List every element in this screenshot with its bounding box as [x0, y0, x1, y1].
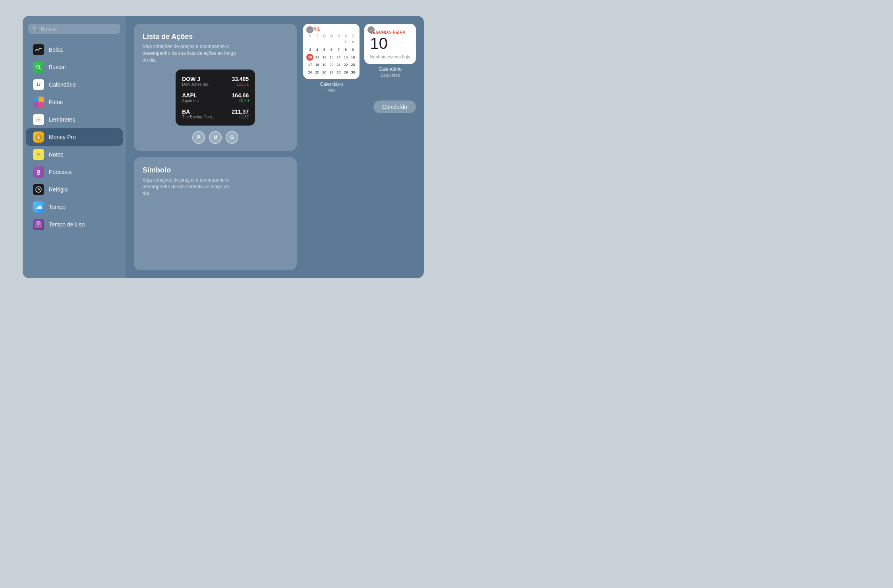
size-btn-p[interactable]: P: [192, 131, 205, 144]
cal-day[interactable]: 17: [306, 61, 313, 68]
search-bar[interactable]: 🔍: [28, 24, 120, 34]
cal-day[interactable]: 13: [328, 54, 335, 61]
stock-change: +0,90: [232, 99, 249, 103]
cal-day[interactable]: 21: [335, 61, 342, 68]
podcasts-icon: [33, 166, 44, 178]
relogio-label: Relógio: [49, 186, 68, 193]
cal-day: [306, 39, 313, 46]
cal-day[interactable]: 9: [349, 46, 356, 53]
cal-day-header: S: [335, 34, 342, 38]
cal-day[interactable]: 18: [313, 61, 321, 68]
money-pro-label: Money Pro: [49, 134, 76, 140]
cal-day[interactable]: 29: [342, 69, 349, 76]
sidebar-item-relogio[interactable]: Relógio: [26, 181, 123, 198]
cal-day[interactable]: 10: [306, 54, 313, 61]
svg-point-0: [37, 65, 40, 68]
stock-info: DOW J Dow Jones Ind...: [182, 76, 211, 87]
concluido-button[interactable]: Concluído: [373, 101, 416, 113]
relogio-icon: [33, 184, 44, 195]
tempo-icon: [33, 201, 44, 213]
cal-day[interactable]: 19: [321, 61, 328, 68]
sidebar-item-fotos[interactable]: Fotos: [26, 93, 123, 111]
sidebar-item-calendario[interactable]: 17Calendário: [26, 76, 123, 93]
size-buttons: PMG: [143, 131, 288, 144]
stock-row: BA The Boeing Com... 211,37 +1,37: [182, 108, 249, 119]
sidebar-item-notas[interactable]: Notas: [26, 146, 123, 163]
cal-day[interactable]: 23: [349, 61, 356, 68]
calendar-seguintes-col: − SEGUNDA-FEIRA 10 Nenhum evento hoje Ca…: [364, 24, 416, 93]
stock-price: 33.485: [232, 76, 249, 82]
cal-day[interactable]: 12: [321, 54, 328, 61]
cal-day[interactable]: 14: [335, 54, 342, 61]
cal-day[interactable]: 25: [313, 69, 321, 76]
calendar-row: − ABRIL STQQSSD 123456789101112131415161…: [303, 24, 416, 93]
cal-seg-label-sub: Seguintes: [381, 73, 400, 77]
cal-days: 1234567891011121314151617181920212223242…: [306, 39, 356, 76]
cal-day-header: T: [313, 34, 321, 38]
cal-day[interactable]: 15: [342, 54, 349, 61]
stock-row: AAPL Apple Inc. 164,66 +0,90: [182, 92, 249, 103]
cal-mes-label-title: Calendário: [320, 81, 343, 87]
search-icon: 🔍: [32, 26, 39, 32]
cal-day[interactable]: 7: [335, 46, 342, 53]
sidebar-item-tempo-de-uso[interactable]: Tempo de Uso: [26, 216, 123, 233]
stock-change: -115,81: [232, 82, 249, 87]
search-input[interactable]: [41, 26, 116, 32]
cal-day: [335, 39, 342, 46]
stock-symbol: AAPL: [182, 92, 199, 99]
bolsa-label: Bolsa: [49, 46, 63, 53]
tempo-de-uso-icon: [33, 219, 44, 230]
cal-day[interactable]: 27: [328, 69, 335, 76]
cal-day[interactable]: 16: [349, 54, 356, 61]
sidebar-items-container: Bolsa Buscar17CalendárioFotosLembretes$M…: [23, 41, 126, 233]
buscar-label: Buscar: [49, 64, 66, 70]
cal-month-name-mes: ABRIL: [307, 27, 356, 31]
stock-price: 164,66: [232, 92, 249, 99]
sidebar-item-lembretes[interactable]: Lembretes: [26, 111, 123, 128]
notas-icon: [33, 149, 44, 160]
cal-day[interactable]: 5: [321, 46, 328, 53]
cal-day[interactable]: 20: [328, 61, 335, 68]
lembretes-icon: [33, 114, 44, 125]
cal-seguintes-month: SEGUNDA-FEIRA: [370, 30, 410, 35]
stock-company: The Boeing Com...: [182, 115, 215, 119]
cal-day[interactable]: 11: [313, 54, 321, 61]
cal-day-header: D: [349, 34, 356, 38]
cal-day[interactable]: 30: [349, 69, 356, 76]
buscar-icon: [33, 62, 44, 73]
sidebar-item-tempo[interactable]: Tempo: [26, 198, 123, 216]
stock-info: BA The Boeing Com...: [182, 108, 215, 119]
stock-row: DOW J Dow Jones Ind... 33.485 -115,81: [182, 76, 249, 87]
fotos-icon: [33, 97, 44, 108]
sidebar-item-bolsa[interactable]: Bolsa: [26, 41, 123, 58]
cal-day[interactable]: 24: [306, 69, 313, 76]
cal-day-headers: STQQSSD: [306, 34, 356, 38]
svg-text:$: $: [37, 135, 40, 139]
cal-day[interactable]: 1: [342, 39, 349, 46]
size-btn-g[interactable]: G: [226, 131, 238, 144]
stock-symbol: BA: [182, 108, 215, 115]
calendar-mes-col: − ABRIL STQQSSD 123456789101112131415161…: [303, 24, 360, 93]
calendar-seguintes-label: Calendário Seguintes: [379, 66, 402, 77]
cal-day[interactable]: 4: [313, 46, 321, 53]
sidebar-item-podcasts[interactable]: Podcasts: [26, 163, 123, 181]
cal-day[interactable]: 6: [328, 46, 335, 53]
cal-day[interactable]: 2: [349, 39, 356, 46]
cal-day[interactable]: 28: [335, 69, 342, 76]
sidebar-item-money-pro[interactable]: $Money Pro: [26, 128, 123, 146]
size-btn-m[interactable]: M: [209, 131, 222, 144]
stock-company: Apple Inc.: [182, 99, 199, 103]
calendario-label: Calendário: [49, 81, 76, 88]
right-panel: − ABRIL STQQSSD 123456789101112131415161…: [303, 24, 416, 270]
widget-lista-desc: Veja cotações de preços e acompanhe o de…: [143, 43, 238, 63]
widget-lista-acoes: Lista de Ações Veja cotações de preços e…: [134, 24, 297, 151]
cal-day[interactable]: 8: [342, 46, 349, 53]
sidebar-item-buscar[interactable]: Buscar: [26, 58, 123, 76]
cal-seguintes-day: 10: [370, 35, 410, 51]
widget-simbolo-desc: Veja cotações de preços e acompanhe o de…: [143, 177, 238, 197]
cal-day-header: Q: [328, 34, 335, 38]
cal-day[interactable]: 3: [306, 46, 313, 53]
cal-day[interactable]: 26: [321, 69, 328, 76]
podcasts-label: Podcasts: [49, 169, 72, 175]
cal-day[interactable]: 22: [342, 61, 349, 68]
